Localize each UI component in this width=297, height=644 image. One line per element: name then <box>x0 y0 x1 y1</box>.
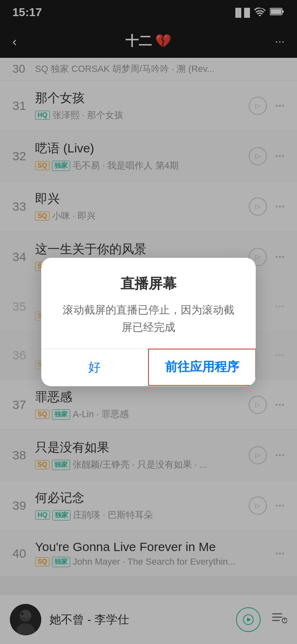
dialog-overlay: 直播屏幕 滚动截屏的直播已停止，因为滚动截屏已经完成 好 前往应用程序 <box>0 0 297 644</box>
dialog-buttons: 好 前往应用程序 <box>41 349 256 386</box>
dialog-content: 直播屏幕 滚动截屏的直播已停止，因为滚动截屏已经完成 <box>41 258 256 348</box>
dialog-title: 直播屏幕 <box>58 274 239 293</box>
dialog-ok-button[interactable]: 好 <box>41 349 148 386</box>
dialog: 直播屏幕 滚动截屏的直播已停止，因为滚动截屏已经完成 好 前往应用程序 <box>41 258 256 386</box>
dialog-message: 滚动截屏的直播已停止，因为滚动截屏已经完成 <box>58 302 239 336</box>
dialog-goto-button[interactable]: 前往应用程序 <box>148 349 256 386</box>
